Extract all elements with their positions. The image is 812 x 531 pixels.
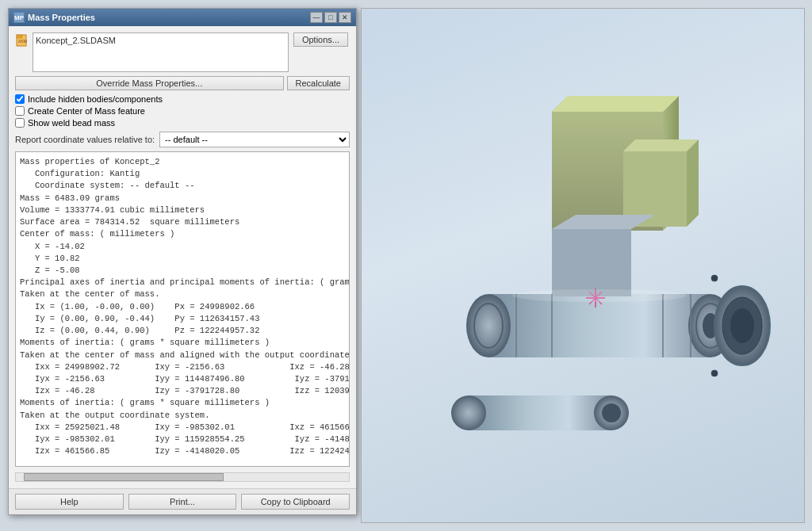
result-line: Principal axes of inertia and principal … bbox=[20, 277, 345, 288]
svg-rect-1 bbox=[17, 35, 22, 38]
result-line: Ixx = 25925021.48 Ixy = -985302.01 Ixz =… bbox=[20, 422, 345, 434]
copy-clipboard-button[interactable]: Copy to Clipboard bbox=[241, 494, 350, 510]
weld-bead-row: Show weld bead mass bbox=[15, 118, 350, 128]
svg-point-37 bbox=[512, 289, 687, 302]
coordinate-select[interactable]: -- default -- bbox=[159, 132, 350, 147]
results-area: Mass properties of Koncept_2 Configurati… bbox=[15, 151, 350, 467]
override-recalc-row: Override Mass Properties... Recalculate bbox=[15, 76, 350, 90]
result-line: Center of mass: ( millimeters ) bbox=[20, 228, 345, 240]
minimize-button[interactable]: — bbox=[310, 12, 323, 23]
hidden-bodies-label: Include hidden bodies/components bbox=[28, 94, 163, 104]
svg-marker-15 bbox=[687, 139, 699, 227]
svg-point-28 bbox=[711, 370, 718, 376]
file-icon: ASM bbox=[15, 34, 28, 47]
center-mass-label: Create Center of Mass feature bbox=[28, 106, 145, 116]
result-line: Coordinate system: -- default -- bbox=[20, 180, 345, 192]
file-name-area: ASM Koncept_2.SLDASM Options... bbox=[15, 32, 350, 72]
checkboxes-section: Include hidden bodies/components Create … bbox=[15, 94, 350, 128]
result-line: Ix = (1.00, -0.00, 0.00) Px = 24998902.6… bbox=[20, 301, 345, 313]
recalculate-button[interactable]: Recalculate bbox=[287, 76, 350, 90]
result-line: Iyx = -985302.01 Iyy = 115928554.25 Iyz … bbox=[20, 434, 345, 445]
override-button[interactable]: Override Mass Properties... bbox=[15, 76, 284, 90]
result-line: Z = -5.08 bbox=[20, 265, 345, 277]
help-button[interactable]: Help bbox=[15, 494, 124, 510]
result-line: Moments of inertia: ( grams * square mil… bbox=[20, 397, 345, 409]
result-line: Iz = (0.00, 0.44, 0.90) Pz = 122244957.3… bbox=[20, 325, 345, 337]
svg-point-19 bbox=[730, 308, 754, 343]
dialog-body: ASM Koncept_2.SLDASM Options... Override… bbox=[9, 26, 356, 488]
result-line: Izx = 461566.85 Izy = -4148020.05 Izz = … bbox=[20, 445, 345, 457]
result-line: Volume = 1333774.91 cubic millimeters bbox=[20, 204, 345, 216]
result-line: Iyx = -2156.63 Iyy = 114487496.80 Iyz = … bbox=[20, 373, 345, 385]
coordinate-label: Report coordinate values relative to: bbox=[15, 135, 155, 144]
print-button[interactable]: Print... bbox=[128, 494, 237, 510]
coordinate-row: Report coordinate values relative to: --… bbox=[15, 132, 350, 147]
mass-properties-dialog: MP Mass Properties — □ ✕ ASM Koncept_2.S… bbox=[8, 8, 357, 515]
result-line: Moments of inertia: ( grams * square mil… bbox=[20, 337, 345, 349]
options-button[interactable]: Options... bbox=[293, 32, 348, 47]
horizontal-scrollbar[interactable] bbox=[15, 472, 350, 482]
svg-point-24 bbox=[602, 403, 621, 422]
svg-text:ASM: ASM bbox=[18, 39, 27, 44]
filename-box: Koncept_2.SLDASM bbox=[33, 32, 289, 72]
dialog-titlebar: MP Mass Properties — □ ✕ bbox=[9, 9, 356, 26]
weld-bead-label: Show weld bead mass bbox=[28, 118, 115, 128]
result-line: X = -14.02 bbox=[20, 241, 345, 253]
dialog-footer: Help Print... Copy to Clipboard bbox=[9, 488, 356, 514]
hidden-bodies-row: Include hidden bodies/components bbox=[15, 94, 350, 104]
result-line: Y = 10.82 bbox=[20, 253, 345, 265]
dialog-icon: MP bbox=[13, 12, 25, 23]
options-btn-wrap: Options... bbox=[293, 32, 348, 47]
maximize-button[interactable]: □ bbox=[324, 12, 337, 23]
result-line: Mass = 6483.09 grams bbox=[20, 193, 345, 204]
svg-marker-13 bbox=[552, 96, 679, 112]
result-line: Mass properties of Koncept_2 bbox=[20, 156, 345, 168]
svg-point-27 bbox=[711, 275, 718, 281]
result-line: Izx = -46.28 Izy = -3791728.80 Izz = 120… bbox=[20, 385, 345, 397]
3d-model-svg bbox=[393, 25, 790, 500]
weld-bead-checkbox[interactable] bbox=[15, 118, 25, 128]
svg-rect-21 bbox=[469, 395, 611, 430]
result-line: Iy = (0.00, 0.90, -0.44) Py = 112634157.… bbox=[20, 313, 345, 325]
titlebar-buttons: — □ ✕ bbox=[310, 12, 351, 23]
close-button[interactable]: ✕ bbox=[339, 12, 351, 23]
svg-point-22 bbox=[451, 395, 486, 430]
result-line: Taken at the center of mass and aligned … bbox=[20, 350, 345, 361]
svg-marker-14 bbox=[623, 139, 699, 151]
result-line: Taken at the output coordinate system. bbox=[20, 410, 345, 422]
3d-viewport bbox=[361, 8, 805, 523]
svg-rect-25 bbox=[552, 229, 631, 296]
result-line: Taken at the center of mass. bbox=[20, 288, 345, 300]
result-line: Surface area = 784314.52 square millimet… bbox=[20, 216, 345, 228]
svg-rect-4 bbox=[488, 294, 710, 357]
dialog-title-left: MP Mass Properties bbox=[13, 12, 95, 23]
hidden-bodies-checkbox[interactable] bbox=[15, 94, 25, 104]
result-line: Ixx = 24998902.72 Ixy = -2156.63 Ixz = -… bbox=[20, 361, 345, 373]
result-line: Configuration: Kantig bbox=[20, 168, 345, 180]
center-mass-row: Create Center of Mass feature bbox=[15, 106, 350, 116]
center-mass-checkbox[interactable] bbox=[15, 106, 25, 116]
dialog-title: Mass Properties bbox=[28, 13, 95, 22]
filename-text: Koncept_2.SLDASM bbox=[36, 36, 116, 45]
